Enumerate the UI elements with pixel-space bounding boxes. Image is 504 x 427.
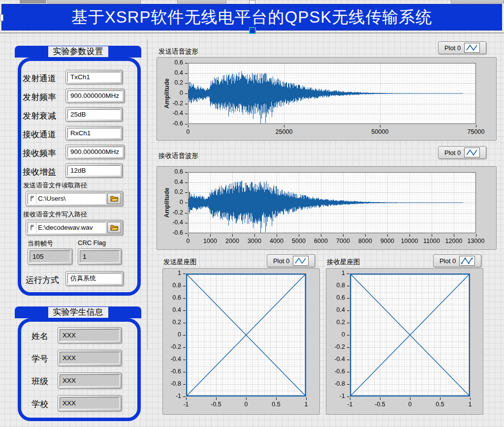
y-tick-label: -0.4 xyxy=(326,356,345,363)
rx-gain-value[interactable]: 12dB xyxy=(67,165,121,176)
rx-channel-input[interactable]: RxCh1 xyxy=(65,126,123,140)
legend-plot-label: Plot 0 xyxy=(444,149,461,156)
path-type-icon xyxy=(28,193,36,204)
y-tick-label: 1 xyxy=(326,270,345,276)
sent-waveform-canvas xyxy=(188,63,476,124)
selection-handle[interactable] xyxy=(0,14,3,21)
label-student-class: 班级 xyxy=(32,376,48,387)
x-tick-mark xyxy=(276,397,277,400)
label-crc-flag: CRC Flag xyxy=(78,239,106,246)
student-id-value[interactable]: XXX xyxy=(60,352,120,364)
x-tick-label: 1 xyxy=(455,401,485,408)
legend-line-style-icon[interactable] xyxy=(464,148,480,157)
rx-gain-input[interactable]: 12dB xyxy=(65,163,123,178)
tx-attenuation-value[interactable]: 25dB xyxy=(67,109,121,120)
chart-title-sent-waveform: 发送语音波形 xyxy=(158,47,198,56)
browse-button[interactable] xyxy=(107,222,121,233)
x-tick-mark xyxy=(284,125,284,127)
student-school-value[interactable]: XXX xyxy=(60,397,120,409)
y-tick-mark xyxy=(185,63,188,63)
send-audio-path-field[interactable]: C:\Users\ xyxy=(28,193,106,204)
x-tick-label: 0.5 xyxy=(261,401,291,408)
legend-line-style-icon[interactable] xyxy=(293,256,309,266)
y-tick-label: -0.2 xyxy=(326,343,345,350)
crc-flag-value: 1 xyxy=(80,250,120,263)
x-tick-label: 13000 xyxy=(461,238,491,244)
run-mode-value[interactable]: 仿真系统 xyxy=(67,273,122,284)
tx-frequency-value[interactable]: 900.000000MHz xyxy=(67,91,123,101)
y-tick-mark xyxy=(347,396,349,397)
label-student-name: 姓名 xyxy=(32,331,48,342)
legend-line-style-icon[interactable] xyxy=(464,43,480,53)
y-tick-label: 0.8 xyxy=(326,282,345,289)
receive-audio-path-value[interactable]: E:\decodewav.wav xyxy=(38,224,93,231)
y-tick-label: 0.4 xyxy=(164,69,183,76)
y-tick-label: -0.4 xyxy=(164,219,183,226)
y-tick-mark xyxy=(183,286,186,286)
field-label-tx-channel: 发射通道 xyxy=(23,73,56,84)
send-audio-path-control[interactable]: C:\Users\ xyxy=(26,191,123,206)
y-tick-label: -0.6 xyxy=(164,229,183,236)
rx-channel-value[interactable]: RxCh1 xyxy=(67,128,121,138)
send-audio-path-value[interactable]: C:\Users\ xyxy=(38,195,65,202)
y-tick-label: -0.8 xyxy=(162,380,181,387)
y-tick-label: -0.6 xyxy=(164,120,183,127)
field-label-tx-attenuation: 发射衰减 xyxy=(23,110,56,122)
x-tick-mark xyxy=(216,397,217,400)
plot-legend[interactable]: Plot 0 xyxy=(438,146,486,159)
tx-channel-value[interactable]: TxCh1 xyxy=(67,72,121,82)
y-tick-mark xyxy=(183,298,186,299)
chart-title-received-constellation: 接收星座图 xyxy=(327,258,360,267)
y-tick-mark xyxy=(347,360,349,360)
params-panel-title: 实验参数设置 xyxy=(48,46,108,57)
y-tick-label: 0.2 xyxy=(164,188,183,195)
student-school-input[interactable]: XXX xyxy=(58,395,122,411)
legend-line-marker-style-icon[interactable] xyxy=(459,256,475,266)
y-tick-mark xyxy=(185,104,188,104)
plot-legend[interactable]: Plot 0 xyxy=(433,254,481,267)
browse-button[interactable] xyxy=(107,193,121,204)
y-tick-label: 0.6 xyxy=(164,59,183,66)
x-tick-mark xyxy=(350,397,350,400)
plot-legend[interactable]: Plot 0 xyxy=(438,41,486,54)
field-label-rx-channel: 接收通道 xyxy=(23,129,56,140)
rx-frequency-value[interactable]: 900.000000MHz xyxy=(67,147,123,157)
y-tick-mark xyxy=(183,335,186,336)
x-tick-label: 0 xyxy=(395,401,425,408)
tx-attenuation-input[interactable]: 25dB xyxy=(65,107,123,122)
y-tick-label: 0.6 xyxy=(326,294,345,301)
plot-legend[interactable]: Plot 0 xyxy=(267,254,315,267)
y-tick-label: -0.6 xyxy=(162,368,181,375)
y-tick-mark xyxy=(347,347,349,348)
y-tick-label: 0 xyxy=(162,331,181,338)
y-tick-mark xyxy=(347,335,349,336)
received-constellation-canvas xyxy=(350,274,470,396)
x-tick-mark xyxy=(232,234,233,237)
label-receive-audio-path: 接收语音文件写入路径 xyxy=(23,210,87,219)
student-name-input[interactable]: XXX xyxy=(58,327,122,343)
x-tick-mark xyxy=(365,234,366,237)
y-tick-mark xyxy=(347,286,349,286)
folder-open-icon xyxy=(110,195,119,202)
y-tick-mark xyxy=(347,372,349,372)
tx-frequency-input[interactable]: 900.000000MHz xyxy=(65,89,125,103)
student-id-input[interactable]: XXX xyxy=(58,350,122,366)
receive-audio-path-field[interactable]: E:\decodewav.wav xyxy=(28,222,106,233)
run-mode-input[interactable]: 仿真系统 xyxy=(65,271,124,286)
student-name-value[interactable]: XXX xyxy=(60,329,120,341)
legend-plot-label: Plot 0 xyxy=(444,44,461,52)
y-tick-mark xyxy=(347,384,349,385)
student-class-value[interactable]: XXX xyxy=(60,374,120,387)
y-tick-label: 0.2 xyxy=(326,319,345,326)
student-class-input[interactable]: XXX xyxy=(58,372,122,389)
rx-frequency-input[interactable]: 900.000000MHz xyxy=(65,145,125,159)
x-tick-label: -0.5 xyxy=(365,401,395,408)
x-tick-mark xyxy=(254,234,255,237)
y-tick-mark xyxy=(185,223,188,223)
receive-audio-path-control[interactable]: E:\decodewav.wav xyxy=(26,220,123,235)
title-banner: 基于XSRP软件无线电平台的QPSK无线传输系统 xyxy=(1,4,502,30)
x-tick-label: -0.5 xyxy=(201,401,231,408)
y-tick-mark xyxy=(183,396,186,397)
tx-channel-input[interactable]: TxCh1 xyxy=(65,70,123,84)
selection-handle[interactable] xyxy=(249,27,256,34)
